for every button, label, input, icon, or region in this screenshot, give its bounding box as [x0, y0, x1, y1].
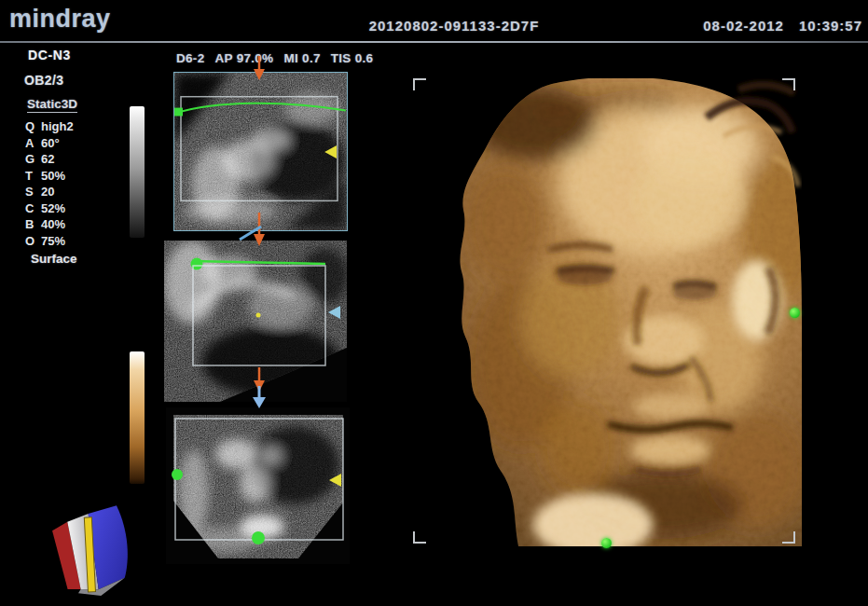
param-brightness: B 40%	[25, 218, 74, 232]
cyan-diagonal-tick-icon	[239, 224, 263, 246]
green-dot-handle-icon[interactable]	[790, 308, 800, 318]
green-dot-handle-icon[interactable]	[172, 469, 183, 480]
green-square-handle-icon[interactable]	[174, 108, 183, 117]
render-parameter-list: Q high2 A 60° G 62 T 50% S 20 C 52% B 40…	[25, 120, 74, 248]
tis-label: TIS 0.6	[331, 51, 374, 65]
corner-bracket-icon	[413, 531, 426, 544]
probe-orientation-icon	[34, 498, 144, 602]
mpr-view-c[interactable]	[166, 407, 350, 564]
param-threshold: T 50%	[25, 170, 74, 184]
corner-bracket-icon	[782, 531, 795, 544]
yellow-center-mark-icon	[256, 313, 261, 318]
param-gain: G 62	[25, 153, 74, 167]
mi-label: MI 0.7	[283, 51, 320, 65]
param-quality: Q high2	[25, 120, 74, 134]
time-text: 10:39:57	[799, 18, 862, 34]
exam-id-text: 20120802-091133-2D7F	[314, 18, 594, 34]
datetime: 08-02-2012 10:39:57	[703, 18, 862, 34]
param-angle: A 60°	[25, 137, 74, 151]
corner-bracket-icon	[782, 78, 795, 90]
mindray-logo: mindray	[9, 5, 111, 34]
param-opacity: O 75%	[25, 235, 74, 249]
corner-bracket-icon	[413, 78, 426, 90]
date-text: 08-02-2012	[703, 18, 784, 34]
imaging-mode-label: Static3D	[27, 97, 77, 113]
ultrasound-screen: mindray 20120802-091133-2D7F 08-02-2012 …	[0, 0, 868, 606]
green-dot-handle-icon[interactable]	[601, 538, 612, 548]
probe-model-label: DC-N3	[28, 48, 71, 62]
fetal-face-render	[410, 78, 802, 546]
param-smooth: S 20	[25, 186, 74, 200]
transducer-label: D6-2	[176, 51, 204, 65]
orange-axis-arrow-icon	[253, 56, 266, 84]
green-dot-handle-icon[interactable]	[252, 531, 265, 544]
mpr-view-a[interactable]	[173, 72, 348, 231]
gray-map-bar	[130, 106, 145, 238]
chroma-map-bar	[130, 351, 145, 484]
header-divider	[0, 41, 868, 43]
exam-preset-label: OB2/3	[24, 73, 63, 88]
volume-render-view[interactable]	[410, 78, 802, 546]
param-contrast: C 52%	[25, 202, 74, 216]
blue-axis-arrow-icon	[252, 386, 267, 412]
acquisition-info-bar: D6-2 AP 97.0% MI 0.7 TIS 0.6	[176, 51, 373, 65]
render-mode-label: Surface	[31, 252, 77, 266]
